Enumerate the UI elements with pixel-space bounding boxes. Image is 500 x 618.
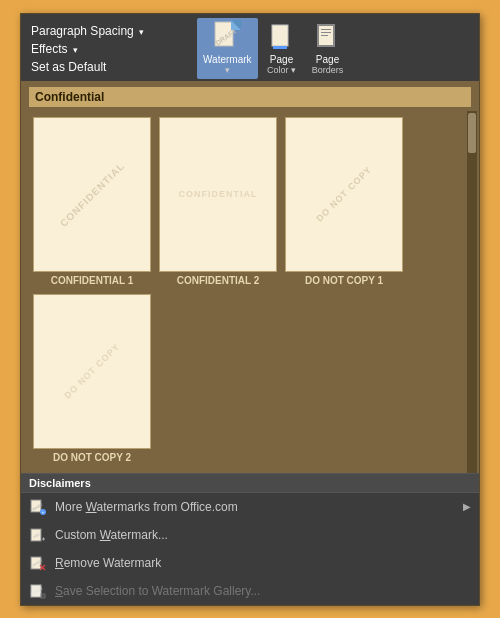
custom-watermark-label: Custom Watermark... — [55, 528, 168, 542]
svg-rect-9 — [321, 32, 331, 33]
thumb-page-dnc1: DO NOT COPY — [285, 117, 403, 272]
svg-rect-6 — [273, 46, 287, 49]
page-color-button[interactable]: Page Color ▾ — [260, 22, 304, 79]
page-borders-button[interactable]: Page Borders — [306, 22, 350, 79]
watermark-gallery: Confidential CONFIDENTIAL CONFIDENTIAL 1… — [21, 81, 479, 473]
thumb-watermark-text-dnc1: DO NOT COPY — [314, 164, 373, 223]
custom-watermark-item[interactable]: ABC Custom Watermark... — [21, 521, 479, 549]
watermark-item-conf2[interactable]: CONFIDENTIAL CONFIDENTIAL 2 — [159, 117, 277, 286]
watermark-button[interactable]: DRAFT Watermark ▾ — [197, 18, 258, 79]
toolbar-right-buttons: DRAFT Watermark ▾ Page — [197, 18, 350, 81]
gallery-section-confidential: Confidential — [29, 87, 471, 107]
gallery-grid: CONFIDENTIAL CONFIDENTIAL 1 CONFIDENTIAL… — [29, 113, 471, 467]
svg-rect-5 — [272, 25, 288, 46]
watermark-icon: DRAFT — [213, 20, 241, 52]
page-borders-icon — [316, 24, 340, 52]
remove-watermark-icon: DRAFT — [29, 554, 47, 572]
watermark-item-conf1[interactable]: CONFIDENTIAL CONFIDENTIAL 1 — [33, 117, 151, 286]
thumb-watermark-text-dnc2: DO NOT COPY — [62, 341, 121, 400]
more-watermarks-item[interactable]: DRAFT + More Watermarks from Office.com … — [21, 493, 479, 521]
more-watermarks-icon: DRAFT + — [29, 498, 47, 516]
more-watermarks-label: More Watermarks from Office.com — [55, 500, 238, 514]
svg-rect-10 — [321, 35, 328, 36]
set-default-menu[interactable]: Set as Default — [27, 58, 187, 76]
page-color-icon — [270, 24, 294, 52]
save-selection-item: DRAFT Save Selection to Watermark Galler… — [21, 577, 479, 605]
thumb-watermark-text-conf2: CONFIDENTIAL — [179, 189, 258, 199]
toolbar: Paragraph Spacing ▾ Effects ▾ Set as Def… — [21, 14, 479, 81]
thumb-label-dnc1: DO NOT COPY 1 — [305, 275, 383, 286]
thumb-page-conf2: CONFIDENTIAL — [159, 117, 277, 272]
toolbar-left-menu: Paragraph Spacing ▾ Effects ▾ Set as Def… — [27, 18, 187, 81]
remove-watermark-item[interactable]: DRAFT Remove Watermark — [21, 549, 479, 577]
svg-text:+: + — [42, 509, 45, 515]
disclaimers-section-title: Disclaimers — [21, 474, 479, 493]
save-selection-label: Save Selection to Watermark Gallery... — [55, 584, 260, 598]
thumb-label-dnc2: DO NOT COPY 2 — [53, 452, 131, 463]
paragraph-spacing-menu[interactable]: Paragraph Spacing ▾ — [27, 22, 187, 40]
main-panel: Paragraph Spacing ▾ Effects ▾ Set as Def… — [20, 13, 480, 606]
thumb-page-dnc2: DO NOT COPY — [33, 294, 151, 449]
bottom-menu-section: Disclaimers DRAFT + More Watermarks from… — [21, 473, 479, 605]
watermark-item-dnc2[interactable]: DO NOT COPY DO NOT COPY 2 — [33, 294, 151, 463]
save-selection-icon: DRAFT — [29, 582, 47, 600]
thumb-page-conf1: CONFIDENTIAL — [33, 117, 151, 272]
remove-watermark-label: Remove Watermark — [55, 556, 161, 570]
more-watermarks-arrow: ▶ — [463, 501, 471, 512]
scroll-thumb — [468, 113, 476, 153]
thumb-label-conf1: CONFIDENTIAL 1 — [51, 275, 134, 286]
gallery-scrollbar[interactable] — [467, 111, 477, 473]
watermark-item-dnc1[interactable]: DO NOT COPY DO NOT COPY 1 — [285, 117, 403, 286]
custom-watermark-icon: ABC — [29, 526, 47, 544]
thumb-label-conf2: CONFIDENTIAL 2 — [177, 275, 260, 286]
thumb-watermark-text-conf1: CONFIDENTIAL — [58, 160, 127, 229]
svg-rect-8 — [321, 29, 331, 30]
effects-menu[interactable]: Effects ▾ — [27, 40, 187, 58]
